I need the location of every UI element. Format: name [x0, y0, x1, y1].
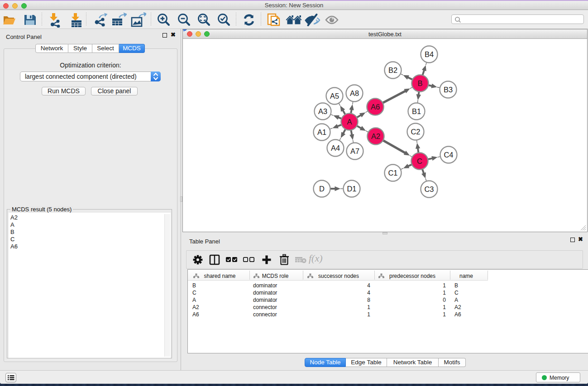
- svg-text:A3: A3: [318, 107, 327, 115]
- svg-text:B4: B4: [425, 50, 434, 58]
- svg-text:B2: B2: [388, 66, 397, 74]
- svg-text:C4: C4: [444, 151, 453, 159]
- svg-text:C3: C3: [424, 185, 434, 193]
- svg-text:A6: A6: [371, 103, 380, 111]
- svg-text:C: C: [417, 157, 422, 165]
- svg-text:B3: B3: [444, 86, 453, 94]
- svg-text:B: B: [417, 79, 422, 87]
- svg-text:A2: A2: [371, 132, 380, 140]
- svg-text:A5: A5: [330, 92, 339, 100]
- svg-text:D1: D1: [347, 185, 356, 193]
- svg-text:C2: C2: [411, 128, 420, 136]
- svg-text:A4: A4: [331, 144, 340, 152]
- svg-text:B1: B1: [412, 107, 421, 115]
- svg-text:A: A: [347, 118, 352, 126]
- svg-text:A1: A1: [317, 128, 326, 136]
- svg-text:A7: A7: [350, 147, 359, 155]
- svg-text:C1: C1: [388, 169, 397, 177]
- svg-text:A8: A8: [350, 89, 359, 97]
- svg-text:D: D: [319, 185, 325, 193]
